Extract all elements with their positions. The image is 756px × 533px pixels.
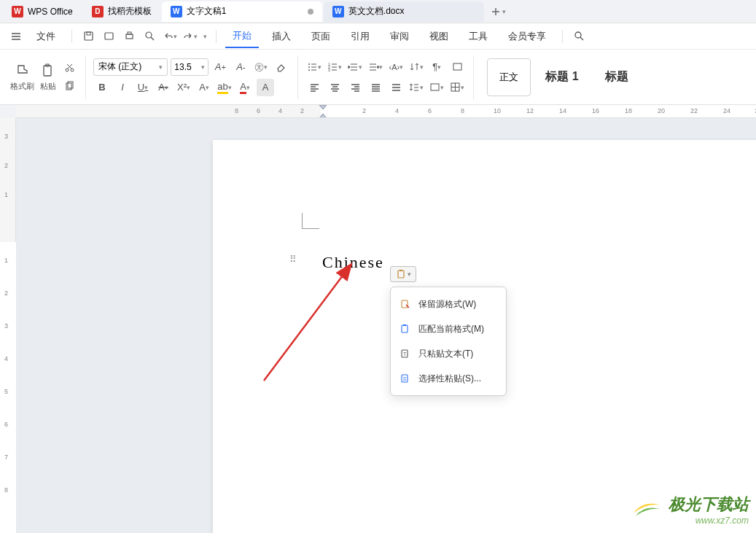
ruler-mark: 20 (658, 107, 665, 114)
tab-wps-office[interactable]: W WPS Office (3, 1, 82, 22)
drag-handle-icon[interactable]: ⠿ (289, 254, 297, 265)
menu-view[interactable]: 视图 (422, 26, 456, 47)
svg-rect-12 (68, 82, 73, 88)
indent-marker-icon[interactable] (319, 105, 327, 118)
superscript-button[interactable]: X²▾ (175, 79, 192, 96)
ruler-mark: 8 (4, 486, 8, 494)
tab-templates[interactable]: D 找稻壳模板 (83, 1, 160, 22)
bullet-list-icon (307, 61, 318, 72)
show-marks-button[interactable]: ¶▾ (428, 58, 445, 76)
font-size-select[interactable]: 13.5 ▾ (171, 58, 209, 76)
more-quick-access-icon[interactable]: ▾ (203, 33, 207, 40)
ruler-mark: 1 (4, 257, 8, 264)
ruler-mark: 16 (592, 107, 599, 114)
numbered-list-button[interactable]: 123▾ (326, 58, 343, 76)
format-brush-icon (15, 62, 30, 79)
align-left-button[interactable] (305, 79, 323, 96)
ruler-mark: 12 (526, 107, 534, 114)
menu-vip[interactable]: 会员专享 (501, 26, 553, 47)
shrink-font-button[interactable]: A- (232, 58, 249, 76)
outdent-button[interactable]: ▾ (346, 58, 364, 76)
document-text[interactable]: Chinese (322, 253, 384, 272)
modified-indicator-icon (308, 9, 313, 15)
outdent-icon (348, 61, 359, 72)
paste-match-destination[interactable]: 匹配当前格式(M) (391, 316, 506, 341)
file-menu[interactable]: 文件 (29, 26, 63, 47)
ruler-mark: 2 (362, 107, 366, 114)
search-icon[interactable] (572, 29, 586, 44)
char-shading-button[interactable]: A (257, 79, 274, 96)
tab-document-1[interactable]: W 文字文稿1 (162, 1, 322, 22)
cut-button[interactable] (61, 59, 78, 77)
change-case-button[interactable]: A▾ (195, 79, 213, 96)
highlight-button[interactable]: ab▾ (216, 79, 233, 96)
shading-button[interactable]: ▾ (428, 79, 445, 96)
ribbon: 格式刷 粘贴 宋体 (正文) ▾ 13.5 ▾ A+ A- ㉆▾ (0, 50, 756, 105)
paste-options-button[interactable]: ▾ (390, 266, 416, 282)
paste-special[interactable]: 选择性粘贴(S)... (391, 366, 506, 391)
horizontal-ruler[interactable]: 86422468101214161820222426283032 (16, 105, 756, 118)
ruler-mark: 7 (4, 454, 8, 461)
style-normal-button[interactable]: 正文 (487, 58, 531, 96)
paste-icon (41, 62, 55, 79)
borders-button[interactable]: ▾ (448, 79, 466, 96)
format-brush-button[interactable]: 格式刷 (9, 61, 36, 93)
menu-review[interactable]: 审阅 (383, 26, 416, 47)
vertical-ruler[interactable]: 32112345678 (0, 118, 16, 533)
strikethrough-button[interactable]: A▾ (155, 79, 172, 96)
paste-button[interactable]: 粘贴 (39, 61, 58, 93)
italic-button[interactable]: I (114, 79, 131, 96)
print-icon[interactable] (122, 29, 136, 44)
paste-text-only[interactable]: T 只粘贴文本(T) (391, 341, 506, 366)
ruler-mark: 6 (257, 107, 260, 114)
indent-button[interactable]: ▾ (367, 58, 384, 76)
ruler-mark: 4 (4, 355, 8, 362)
align-right-button[interactable] (346, 79, 364, 96)
line-spacing-button[interactable]: ▾ (408, 79, 425, 96)
print-preview-icon[interactable] (142, 29, 157, 44)
grow-font-button[interactable]: A+ (211, 58, 229, 76)
align-center-button[interactable] (326, 79, 343, 96)
menu-insert[interactable]: 插入 (265, 26, 298, 47)
text-direction-button[interactable]: ‹A›▾ (387, 58, 405, 76)
export-icon[interactable] (101, 29, 116, 44)
svg-rect-26 (402, 325, 408, 332)
svg-rect-19 (453, 63, 461, 70)
ruler-mark: 6 (4, 421, 8, 428)
tab-english-doc[interactable]: W 英文文档.docx (324, 1, 484, 22)
distribute-button[interactable] (387, 79, 405, 96)
docer-icon: D (92, 6, 104, 17)
style-heading1-button[interactable]: 标题 1 (534, 58, 590, 96)
svg-point-13 (308, 63, 310, 65)
hamburger-menu-icon[interactable] (9, 29, 23, 44)
menu-page[interactable]: 页面 (304, 26, 338, 47)
phonetic-button[interactable]: ㉆▾ (252, 58, 270, 76)
paragraph-marks-button[interactable] (448, 58, 466, 76)
menu-tools[interactable]: 工具 (461, 26, 495, 47)
menu-home[interactable]: 开始 (225, 25, 259, 48)
sort-icon (409, 61, 420, 72)
svg-rect-4 (128, 32, 131, 34)
font-color-button[interactable]: A▾ (236, 79, 254, 96)
svg-rect-3 (126, 34, 133, 39)
save-icon[interactable] (81, 29, 96, 44)
undo-icon[interactable]: ▾ (163, 29, 177, 44)
menu-reference[interactable]: 引用 (343, 26, 377, 47)
sort-button[interactable]: ▾ (408, 58, 425, 76)
clipboard-text-icon: T (400, 348, 411, 359)
redo-icon[interactable]: ▾ (183, 29, 198, 44)
tab-label: 英文文档.docx (348, 5, 405, 17)
style-heading-button[interactable]: 标题 (593, 58, 640, 96)
paste-keep-source-format[interactable]: 保留源格式(W) (391, 292, 506, 316)
clear-format-button[interactable] (273, 58, 290, 76)
ruler-mark: 14 (559, 107, 566, 114)
underline-button[interactable]: U▾ (134, 79, 152, 96)
bold-button[interactable]: B (93, 79, 111, 96)
align-justify-button[interactable] (367, 79, 384, 96)
add-tab-button[interactable]: ▾ (488, 1, 509, 22)
svg-point-9 (66, 69, 69, 71)
word-doc-icon: W (171, 6, 182, 17)
copy-button[interactable] (61, 78, 78, 96)
bullet-list-button[interactable]: ▾ (305, 58, 323, 76)
font-family-select[interactable]: 宋体 (正文) ▾ (93, 58, 168, 76)
